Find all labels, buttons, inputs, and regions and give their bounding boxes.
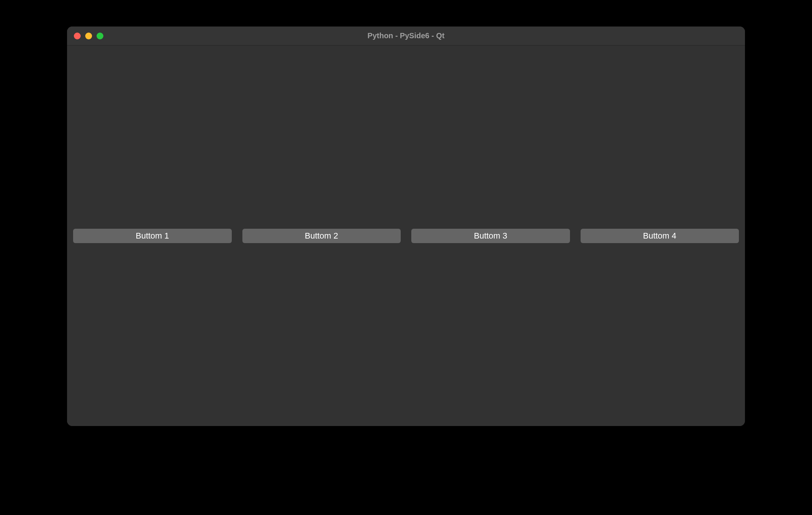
app-window: Python - PySide6 - Qt Buttom 1 Buttom 2 … <box>67 27 745 426</box>
button-row: Buttom 1 Buttom 2 Buttom 3 Buttom 4 <box>73 229 739 243</box>
button-1[interactable]: Buttom 1 <box>73 229 232 243</box>
minimize-icon[interactable] <box>85 33 92 39</box>
titlebar: Python - PySide6 - Qt <box>67 27 745 45</box>
traffic-lights <box>67 33 103 39</box>
button-2[interactable]: Buttom 2 <box>242 229 401 243</box>
window-title: Python - PySide6 - Qt <box>67 31 745 40</box>
close-icon[interactable] <box>74 33 81 39</box>
button-4[interactable]: Buttom 4 <box>581 229 739 243</box>
window-content: Buttom 1 Buttom 2 Buttom 3 Buttom 4 <box>67 45 745 426</box>
button-3[interactable]: Buttom 3 <box>411 229 570 243</box>
zoom-icon[interactable] <box>97 33 103 39</box>
